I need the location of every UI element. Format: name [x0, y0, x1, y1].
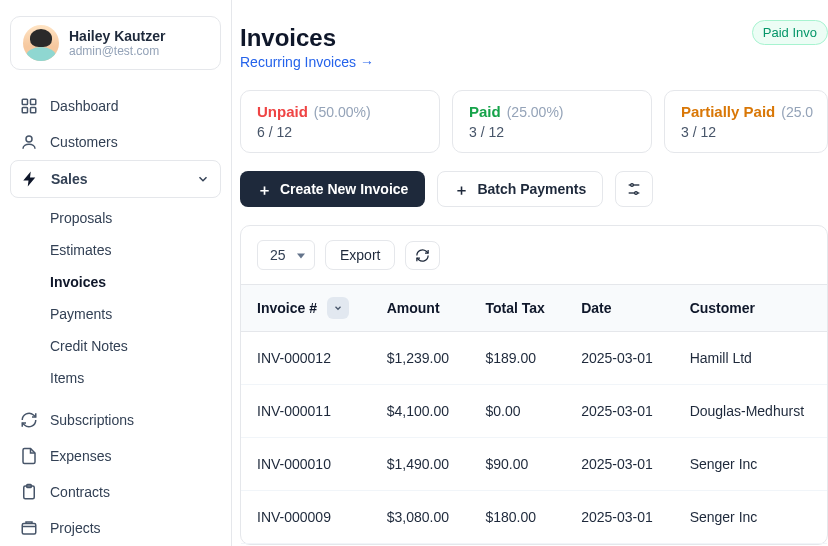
- sidebar-item-label: Customers: [50, 134, 118, 150]
- user-card[interactable]: Hailey Kautzer admin@test.com: [10, 16, 221, 70]
- cell-customer: Douglas-Medhurst: [674, 385, 827, 438]
- recurring-label: Recurring Invoices: [240, 54, 356, 70]
- sidebar-item-customers[interactable]: Customers: [10, 124, 221, 160]
- stat-pct: (25.00%): [507, 104, 564, 120]
- table-row[interactable]: INV-000009$3,080.00$180.002025-03-01Seng…: [241, 491, 827, 544]
- sidebar-item-label: Expenses: [50, 448, 111, 464]
- sidebar-item-label: Subscriptions: [50, 412, 134, 428]
- cell-id: INV-000012: [241, 332, 371, 385]
- svg-point-4: [26, 136, 32, 142]
- subnav-payments[interactable]: Payments: [50, 298, 221, 330]
- sidebar-item-sales[interactable]: Sales: [10, 160, 221, 198]
- recurring-invoices-link[interactable]: Recurring Invoices →: [240, 54, 374, 70]
- cell-id: INV-000009: [241, 491, 371, 544]
- svg-rect-7: [22, 524, 36, 535]
- cell-tax: $180.00: [469, 491, 565, 544]
- cell-date: 2025-03-01: [565, 491, 674, 544]
- svg-point-11: [635, 192, 638, 195]
- cell-customer: Hamill Ltd: [674, 332, 827, 385]
- arrow-right-icon: →: [360, 54, 374, 70]
- cell-date: 2025-03-01: [565, 438, 674, 491]
- cell-date: 2025-03-01: [565, 332, 674, 385]
- button-label: Export: [340, 247, 380, 263]
- folder-icon: [20, 519, 38, 537]
- bolt-icon: [21, 170, 39, 188]
- subnav-invoices[interactable]: Invoices: [50, 266, 221, 298]
- col-invoice-id[interactable]: Invoice #: [241, 285, 371, 332]
- sidebar-item-label: Projects: [50, 520, 101, 536]
- col-amount[interactable]: Amount: [371, 285, 470, 332]
- stat-pct: (50.00%): [314, 104, 371, 120]
- cell-id: INV-000011: [241, 385, 371, 438]
- stat-pct: (25.0: [781, 104, 813, 120]
- sliders-icon: [626, 181, 642, 197]
- refresh-icon: [20, 411, 38, 429]
- sidebar-item-label: Dashboard: [50, 98, 119, 114]
- page-title: Invoices: [240, 24, 374, 52]
- chevron-down-icon: [196, 172, 210, 186]
- cell-customer: Senger Inc: [674, 438, 827, 491]
- cell-tax: $189.00: [469, 332, 565, 385]
- stat-card-partial[interactable]: Partially Paid(25.0 3 / 12: [664, 90, 828, 153]
- cell-amount: $4,100.00: [371, 385, 470, 438]
- col-tax[interactable]: Total Tax: [469, 285, 565, 332]
- cell-customer: Senger Inc: [674, 491, 827, 544]
- page-size-select[interactable]: 25: [257, 240, 315, 270]
- batch-payments-button[interactable]: ＋ Batch Payments: [437, 171, 603, 207]
- main-content: Invoices Recurring Invoices → Paid Invo …: [232, 0, 828, 546]
- refresh-icon: [415, 248, 430, 263]
- sidebar-item-contracts[interactable]: Contracts: [10, 474, 221, 510]
- button-label: Batch Payments: [477, 181, 586, 197]
- table-row[interactable]: INV-000010$1,490.00$90.002025-03-01Senge…: [241, 438, 827, 491]
- avatar: [23, 25, 59, 61]
- button-label: Create New Invoice: [280, 181, 408, 197]
- stat-count: 3 / 12: [681, 124, 811, 140]
- stat-card-unpaid[interactable]: Unpaid(50.00%) 6 / 12: [240, 90, 440, 153]
- sidebar-item-projects[interactable]: Projects: [10, 510, 221, 546]
- sidebar: Hailey Kautzer admin@test.com Dashboard …: [0, 0, 232, 546]
- sidebar-item-dashboard[interactable]: Dashboard: [10, 88, 221, 124]
- stat-card-paid[interactable]: Paid(25.00%) 3 / 12: [452, 90, 652, 153]
- sidebar-item-subscriptions[interactable]: Subscriptions: [10, 402, 221, 438]
- cell-date: 2025-03-01: [565, 385, 674, 438]
- stat-label: Unpaid: [257, 103, 308, 120]
- dashboard-icon: [20, 97, 38, 115]
- create-invoice-button[interactable]: ＋ Create New Invoice: [240, 171, 425, 207]
- col-customer[interactable]: Customer: [674, 285, 827, 332]
- cell-id: INV-000010: [241, 438, 371, 491]
- stat-count: 3 / 12: [469, 124, 635, 140]
- subnav-proposals[interactable]: Proposals: [50, 202, 221, 234]
- sidebar-item-label: Contracts: [50, 484, 110, 500]
- cell-amount: $1,490.00: [371, 438, 470, 491]
- cell-tax: $90.00: [469, 438, 565, 491]
- sidebar-item-label: Sales: [51, 171, 88, 187]
- sidebar-item-expenses[interactable]: Expenses: [10, 438, 221, 474]
- user-name: Hailey Kautzer: [69, 28, 165, 44]
- col-date[interactable]: Date: [565, 285, 674, 332]
- subnav-credit-notes[interactable]: Credit Notes: [50, 330, 221, 362]
- invoice-table: Invoice # Amount Total Tax Date Customer…: [241, 284, 827, 544]
- cell-tax: $0.00: [469, 385, 565, 438]
- stat-count: 6 / 12: [257, 124, 423, 140]
- subnav-items[interactable]: Items: [50, 362, 221, 394]
- stat-label: Paid: [469, 103, 501, 120]
- settings-button[interactable]: [615, 171, 653, 207]
- svg-rect-0: [22, 99, 27, 104]
- table-row[interactable]: INV-000012$1,239.00$189.002025-03-01Hami…: [241, 332, 827, 385]
- refresh-button[interactable]: [405, 241, 440, 270]
- sort-button[interactable]: [327, 297, 349, 319]
- user-icon: [20, 133, 38, 151]
- export-button[interactable]: Export: [325, 240, 395, 270]
- plus-icon: ＋: [454, 182, 469, 197]
- cell-amount: $1,239.00: [371, 332, 470, 385]
- invoice-table-panel: 25 Export Invoice #: [240, 225, 828, 545]
- table-row[interactable]: INV-000011$4,100.00$0.002025-03-01Dougla…: [241, 385, 827, 438]
- subnav-estimates[interactable]: Estimates: [50, 234, 221, 266]
- svg-rect-3: [31, 108, 36, 113]
- svg-point-9: [631, 184, 634, 187]
- paid-filter-badge[interactable]: Paid Invo: [752, 20, 828, 45]
- plus-icon: ＋: [257, 182, 272, 197]
- clipboard-icon: [20, 483, 38, 501]
- svg-rect-1: [31, 99, 36, 104]
- document-icon: [20, 447, 38, 465]
